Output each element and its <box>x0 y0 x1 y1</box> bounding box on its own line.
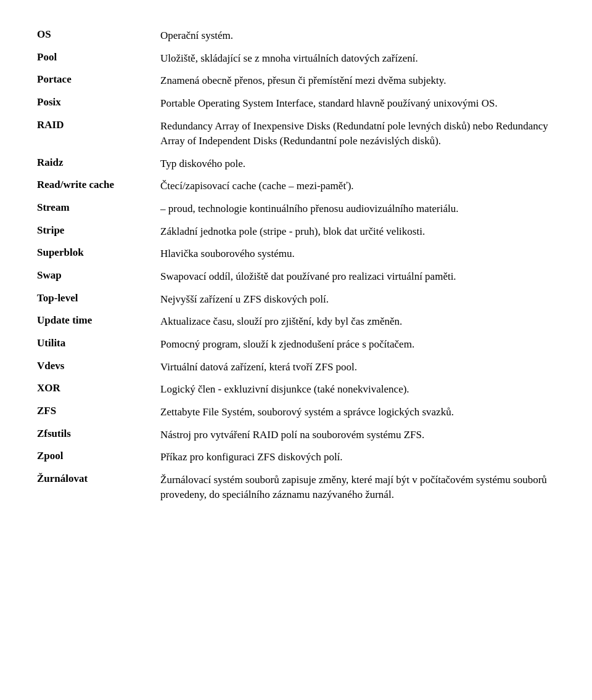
glossary-row: Update timeAktualizace času, slouží pro … <box>37 311 555 333</box>
glossary-row: Top-levelNejvyšší zařízení u ZFS diskový… <box>37 288 555 311</box>
glossary-row: SuperblokHlavička souborového systému. <box>37 243 555 266</box>
term-cell: Zpool <box>37 446 160 469</box>
definition-cell: Žurnálovací systém souborů zapisuje změn… <box>160 469 555 507</box>
term-cell: XOR <box>37 378 160 401</box>
definition-cell: Operační systém. <box>160 25 555 47</box>
glossary-row: Read/write cacheČtecí/zapisovací cache (… <box>37 175 555 198</box>
glossary-row: ŽurnálovatŽurnálovací systém souborů zap… <box>37 469 555 507</box>
glossary-row: RaidzTyp diskového pole. <box>37 153 555 176</box>
term-cell: Top-level <box>37 288 160 311</box>
glossary-row: ZfsutilsNástroj pro vytváření RAID polí … <box>37 424 555 447</box>
term-cell: OS <box>37 25 160 47</box>
term-cell: Superblok <box>37 243 160 266</box>
glossary-row: PosixPortable Operating System Interface… <box>37 92 555 115</box>
glossary-row: PortaceZnamená obecně přenos, přesun či … <box>37 70 555 92</box>
term-cell: Update time <box>37 311 160 333</box>
term-cell: Stream <box>37 198 160 221</box>
definition-cell: Uložiště, skládající se z mnoha virtuáln… <box>160 47 555 70</box>
term-cell: Utilita <box>37 333 160 356</box>
glossary-table: OSOperační systém.PoolUložiště, skládají… <box>37 25 555 507</box>
definition-cell: Redundancy Array of Inexpensive Disks (R… <box>160 115 555 153</box>
glossary-row: PoolUložiště, skládající se z mnoha virt… <box>37 47 555 70</box>
term-cell: Žurnálovat <box>37 469 160 507</box>
glossary-row: RAIDRedundancy Array of Inexpensive Disk… <box>37 115 555 153</box>
term-cell: Swap <box>37 266 160 288</box>
term-cell: Portace <box>37 70 160 92</box>
term-cell: Read/write cache <box>37 175 160 198</box>
definition-cell: Nejvyšší zařízení u ZFS diskových polí. <box>160 288 555 311</box>
term-cell: ZFS <box>37 401 160 424</box>
definition-cell: Hlavička souborového systému. <box>160 243 555 266</box>
term-cell: Pool <box>37 47 160 70</box>
glossary-row: SwapSwapovací oddíl, úložiště dat použív… <box>37 266 555 288</box>
glossary-row: Stream– proud, technologie kontinuálního… <box>37 198 555 221</box>
term-cell: Zfsutils <box>37 424 160 447</box>
definition-cell: Zettabyte File Systém, souborový systém … <box>160 401 555 424</box>
definition-cell: Příkaz pro konfiguraci ZFS diskových pol… <box>160 446 555 469</box>
definition-cell: Logický člen - exkluzivní disjunkce (tak… <box>160 378 555 401</box>
definition-cell: Nástroj pro vytváření RAID polí na soubo… <box>160 424 555 447</box>
definition-cell: Základní jednotka pole (stripe - pruh), … <box>160 221 555 243</box>
term-cell: Stripe <box>37 221 160 243</box>
term-cell: Raidz <box>37 153 160 176</box>
definition-cell: – proud, technologie kontinuálního přeno… <box>160 198 555 221</box>
definition-cell: Aktualizace času, slouží pro zjištění, k… <box>160 311 555 333</box>
definition-cell: Swapovací oddíl, úložiště dat používané … <box>160 266 555 288</box>
definition-cell: Virtuální datová zařízení, která tvoří Z… <box>160 356 555 379</box>
glossary-row: XORLogický člen - exkluzivní disjunkce (… <box>37 378 555 401</box>
term-cell: Posix <box>37 92 160 115</box>
definition-cell: Znamená obecně přenos, přesun či přemíst… <box>160 70 555 92</box>
definition-cell: Pomocný program, slouží k zjednodušení p… <box>160 333 555 356</box>
glossary-row: OSOperační systém. <box>37 25 555 47</box>
term-cell: RAID <box>37 115 160 153</box>
glossary-row: ZFSZettabyte File Systém, souborový syst… <box>37 401 555 424</box>
glossary-row: StripeZákladní jednotka pole (stripe - p… <box>37 221 555 243</box>
definition-cell: Typ diskového pole. <box>160 153 555 176</box>
glossary-row: VdevsVirtuální datová zařízení, která tv… <box>37 356 555 379</box>
definition-cell: Čtecí/zapisovací cache (cache – mezi-pam… <box>160 175 555 198</box>
glossary-row: UtilitaPomocný program, slouží k zjednod… <box>37 333 555 356</box>
glossary-row: ZpoolPříkaz pro konfiguraci ZFS diskovýc… <box>37 446 555 469</box>
definition-cell: Portable Operating System Interface, sta… <box>160 92 555 115</box>
term-cell: Vdevs <box>37 356 160 379</box>
